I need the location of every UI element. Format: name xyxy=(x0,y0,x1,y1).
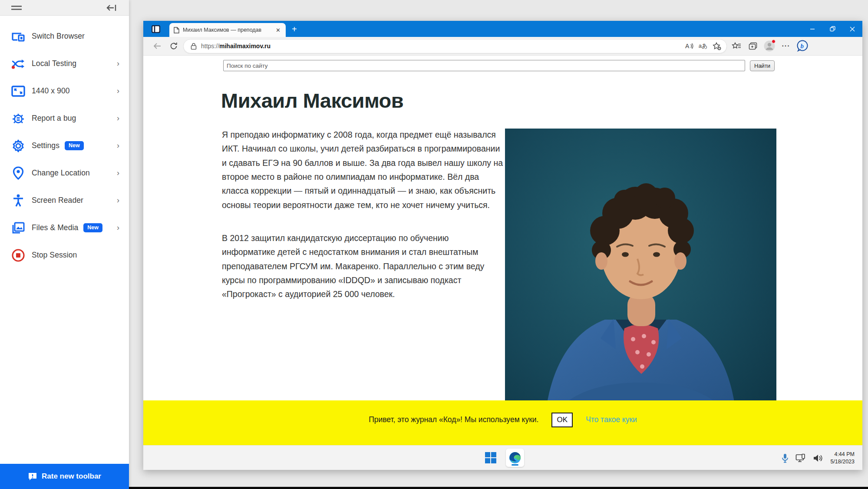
chevron-right-icon: › xyxy=(117,223,119,232)
sidebar-item-screen-reader[interactable]: Screen Reader › xyxy=(0,187,129,214)
minimize-icon[interactable] xyxy=(802,21,822,37)
translate-icon[interactable]: aあ xyxy=(696,39,710,53)
edge-taskbar-button[interactable] xyxy=(506,449,524,467)
close-icon[interactable] xyxy=(842,21,862,37)
sidebar-item-label: Local Testing xyxy=(32,59,76,68)
address-bar[interactable]: https://mihailmaximov.ru A aあ xyxy=(183,39,727,53)
new-tab-icon[interactable]: + xyxy=(292,25,297,33)
gear-icon xyxy=(11,139,26,153)
chevron-right-icon: › xyxy=(117,196,119,205)
sidebar-item-label: Stop Session xyxy=(32,251,77,260)
edge-titlebar: Михаил Максимов — преподав ✕ + xyxy=(143,21,862,37)
sidebar-item-settings[interactable]: Settings New › xyxy=(0,132,129,159)
address-bar-actions: A aあ xyxy=(682,39,724,53)
tab-title: Михаил Максимов — преподав xyxy=(183,27,274,33)
edge-icon xyxy=(509,452,521,464)
start-button[interactable] xyxy=(482,449,500,467)
sidebar-item-report-bug[interactable]: Report a bug › xyxy=(0,105,129,132)
sidebar-item-label: Screen Reader xyxy=(32,196,83,205)
favorite-add-icon[interactable] xyxy=(710,39,724,53)
taskbar-clock[interactable]: 4:44 PM 5/18/2023 xyxy=(830,451,855,466)
sidebar-item-files-media[interactable]: Files & Media New › xyxy=(0,214,129,241)
sidebar-item-local-testing[interactable]: Local Testing › xyxy=(0,50,129,77)
new-badge: New xyxy=(65,141,84,150)
page-title: Михаил Максимов xyxy=(221,89,403,112)
toolbar-nav: Switch Browser Local Testing › 1440 x 90… xyxy=(0,16,129,269)
page-favicon-icon xyxy=(174,27,179,33)
favorites-icon[interactable] xyxy=(729,39,743,53)
sidebar-item-label: Change Location xyxy=(32,169,90,178)
display-cast-icon[interactable] xyxy=(795,454,806,463)
rate-new-toolbar-button[interactable]: Rate new toolbar xyxy=(0,464,129,489)
svg-text:b: b xyxy=(801,43,804,50)
testing-toolbar-panel: Switch Browser Local Testing › 1440 x 90… xyxy=(0,0,129,489)
cookie-banner: Привет, это журнал «Код»! Мы используем … xyxy=(143,400,862,445)
cookie-ok-button[interactable]: OK xyxy=(551,413,573,427)
microphone-icon[interactable] xyxy=(782,453,789,463)
sidebar-item-label: Report a bug xyxy=(32,114,76,123)
location-pin-icon xyxy=(11,166,26,181)
browser-tab[interactable]: Михаил Максимов — преподав ✕ xyxy=(169,23,286,37)
viewport-bottom-edge xyxy=(129,487,868,489)
chevron-right-icon: › xyxy=(117,86,119,96)
sidebar-header xyxy=(0,0,129,16)
sidebar-item-change-location[interactable]: Change Location › xyxy=(0,159,129,187)
site-search-input[interactable] xyxy=(223,60,745,71)
edge-toolbar: https://mihailmaximov.ru A aあ ··· b xyxy=(143,37,862,56)
lock-icon xyxy=(191,43,197,50)
windows-taskbar: 4:44 PM 5/18/2023 xyxy=(143,445,862,470)
sidebar-item-label: Switch Browser xyxy=(32,32,85,41)
chevron-right-icon: › xyxy=(117,59,119,68)
portrait-photo xyxy=(505,129,776,433)
refresh-icon[interactable] xyxy=(167,39,181,53)
sidebar-item-resolution[interactable]: 1440 x 900 › xyxy=(0,77,129,105)
sidebar-item-switch-browser[interactable]: Switch Browser xyxy=(0,23,129,50)
tab-actions-menu-icon[interactable] xyxy=(149,24,162,34)
hamburger-icon[interactable] xyxy=(11,6,22,10)
bio-paragraph-1: Я преподаю информатику с 2008 года, когд… xyxy=(222,128,504,212)
remote-desktop-viewport: Михаил Максимов — преподав ✕ + https://m… xyxy=(143,21,862,470)
files-media-icon xyxy=(11,221,26,235)
screen-reader-icon xyxy=(11,193,26,208)
back-icon[interactable] xyxy=(150,39,164,53)
bug-icon xyxy=(11,111,26,126)
local-testing-icon xyxy=(11,56,26,71)
clock-time: 4:44 PM xyxy=(830,451,855,458)
svg-text:A: A xyxy=(685,43,690,50)
window-controls xyxy=(802,21,862,37)
profile-avatar[interactable] xyxy=(762,39,776,53)
sidebar-item-stop-session[interactable]: Stop Session xyxy=(0,241,129,269)
restore-icon[interactable] xyxy=(822,21,842,37)
clock-date: 5/18/2023 xyxy=(830,458,855,466)
tab-close-icon[interactable]: ✕ xyxy=(274,26,282,34)
site-search-button[interactable]: Найти xyxy=(750,60,775,71)
bio-paragraph-2: В 2012 защитил кандидатскую диссертацию … xyxy=(222,231,504,301)
profile-notification-dot xyxy=(772,40,776,43)
switch-browser-icon xyxy=(11,29,26,44)
chevron-right-icon: › xyxy=(117,169,119,178)
chevron-right-icon: › xyxy=(117,141,119,150)
url-text: https://mihailmaximov.ru xyxy=(201,43,682,50)
rate-bar-label: Rate new toolbar xyxy=(42,472,101,481)
collapse-arrow-icon[interactable] xyxy=(106,4,117,12)
stop-icon xyxy=(11,248,26,263)
webpage-content: Найти Михаил Максимов Я преподаю информа… xyxy=(143,56,862,445)
windows-start-icon xyxy=(485,452,496,463)
speaker-icon[interactable] xyxy=(813,454,823,463)
edge-active-indicator xyxy=(512,464,518,466)
bing-chat-icon[interactable]: b xyxy=(795,39,809,53)
feedback-bubble-icon xyxy=(28,472,37,481)
sidebar-item-label: 1440 x 900 xyxy=(32,86,70,96)
cookie-info-link[interactable]: Что такое куки xyxy=(586,415,637,424)
resolution-icon xyxy=(11,84,26,99)
sidebar-item-label: Settings xyxy=(32,141,59,150)
cookie-banner-text: Привет, это журнал «Код»! Мы используем … xyxy=(369,415,538,424)
chevron-right-icon: › xyxy=(117,114,119,123)
collections-icon[interactable] xyxy=(746,39,760,53)
read-aloud-icon[interactable]: A xyxy=(682,39,696,53)
system-tray: 4:44 PM 5/18/2023 xyxy=(782,446,855,470)
new-badge: New xyxy=(83,223,102,232)
sidebar-item-label: Files & Media xyxy=(32,223,78,232)
more-menu-icon[interactable]: ··· xyxy=(779,39,793,53)
